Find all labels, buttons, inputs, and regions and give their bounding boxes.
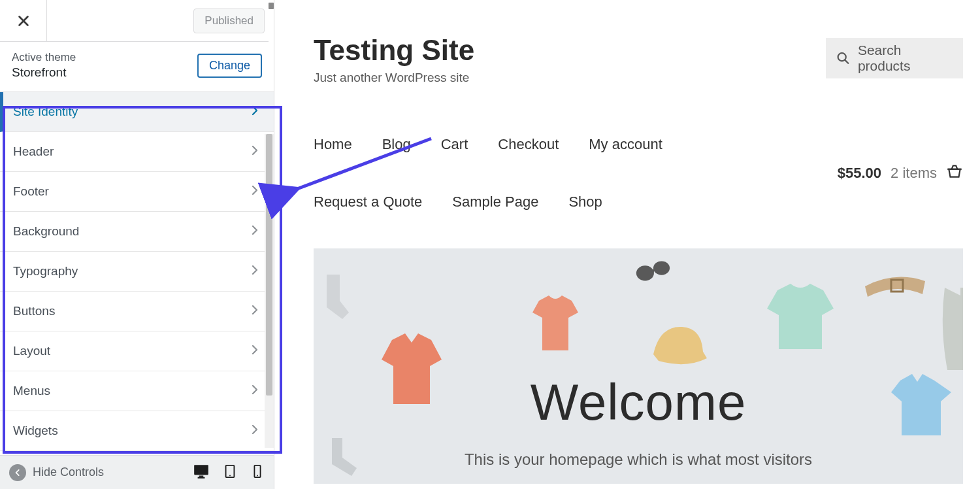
site-tagline: Just another WordPress site [314, 71, 474, 85]
basket-icon [946, 163, 963, 184]
nav-cart[interactable]: Cart [441, 136, 468, 153]
hide-controls-button[interactable]: Hide Controls [9, 464, 104, 481]
section-label: Background [13, 224, 79, 239]
mobile-icon [250, 464, 265, 479]
scrollbar[interactable] [265, 134, 274, 448]
nav-my-account[interactable]: My account [589, 136, 662, 153]
customizer-footer: Hide Controls [0, 455, 274, 489]
nav-row: HomeBlogCartCheckoutMy accountRequest a … [314, 136, 963, 211]
section-typography[interactable]: Typography [0, 252, 274, 292]
section-label: Footer [13, 184, 49, 199]
search-input[interactable]: Search products [826, 38, 963, 78]
customizer-top-bar: Published [0, 0, 274, 42]
theme-row: Active theme Storefront Change [0, 42, 274, 92]
publish-status-button[interactable]: Published [193, 8, 265, 33]
section-label: Typography [13, 264, 78, 278]
section-background[interactable]: Background [0, 212, 274, 252]
chevron-right-icon [249, 384, 261, 399]
hero-subtext-1: This is your homepage which is what most… [314, 448, 963, 471]
svg-point-10 [636, 265, 654, 280]
nav-request-a-quote[interactable]: Request a Quote [314, 194, 422, 211]
section-label: Menus [13, 384, 50, 398]
device-tablet-button[interactable] [223, 464, 237, 481]
site-header: Testing Site Just another WordPress site… [314, 34, 963, 85]
nav-shop[interactable]: Shop [568, 194, 602, 211]
sock-icon [314, 275, 350, 320]
site-title[interactable]: Testing Site [314, 34, 474, 67]
svg-point-4 [229, 475, 231, 476]
device-mobile-button[interactable] [250, 464, 265, 481]
cart-total: $55.00 [838, 165, 881, 182]
nav-home[interactable]: Home [314, 136, 352, 153]
chevron-right-icon [249, 144, 261, 160]
hide-controls-label: Hide Controls [33, 465, 104, 479]
cart-count: 2 items [890, 165, 937, 182]
sunglasses-icon [634, 254, 672, 286]
section-menus[interactable]: Menus [0, 371, 274, 411]
collapse-icon [9, 464, 26, 481]
cap-icon [647, 320, 710, 373]
cart-summary[interactable]: $55.00 2 items [838, 163, 963, 184]
section-header[interactable]: Header [0, 132, 274, 172]
chevron-right-icon [249, 424, 261, 439]
svg-rect-1 [199, 475, 204, 477]
change-theme-button[interactable]: Change [197, 54, 262, 78]
belt-icon [862, 268, 928, 307]
sock-icon [320, 438, 359, 477]
chevron-right-icon [249, 264, 261, 279]
desktop-icon [193, 463, 210, 480]
section-layout[interactable]: Layout [0, 331, 274, 371]
svg-rect-0 [194, 465, 208, 475]
active-theme-label: Active theme [12, 51, 76, 64]
nav-sample-page[interactable]: Sample Page [452, 194, 538, 211]
svg-rect-2 [198, 477, 205, 478]
section-label: Header [13, 144, 54, 159]
theme-name: Storefront [12, 65, 76, 80]
close-button[interactable] [0, 0, 47, 41]
customizer-sections: Site IdentityHeaderFooterBackgroundTypog… [0, 92, 274, 455]
vest-icon [941, 288, 963, 373]
close-icon [16, 14, 31, 28]
hero: Welcome This is your homepage which is w… [314, 248, 963, 484]
chevron-right-icon [249, 344, 261, 359]
svg-line-9 [845, 60, 848, 63]
section-label: Buttons [13, 304, 55, 318]
search-placeholder: Search products [858, 42, 953, 74]
tablet-icon [223, 464, 237, 479]
chevron-right-icon [249, 224, 261, 239]
search-icon [836, 51, 850, 65]
device-desktop-button[interactable] [193, 463, 210, 482]
jacket-icon [379, 333, 444, 405]
customizer-panel: Published Active theme Storefront Change… [0, 0, 274, 489]
section-site-identity[interactable]: Site Identity [0, 92, 274, 132]
site-preview: Testing Site Just another WordPress site… [274, 0, 980, 489]
nav-blog[interactable]: Blog [382, 136, 411, 153]
polo-icon [889, 373, 954, 438]
device-switcher [193, 463, 265, 482]
chevron-right-icon [249, 105, 261, 120]
section-widgets[interactable]: Widgets [0, 411, 274, 451]
section-label: Layout [13, 344, 50, 358]
section-footer[interactable]: Footer [0, 172, 274, 212]
nav-checkout[interactable]: Checkout [498, 136, 559, 153]
chevron-right-icon [249, 184, 261, 199]
primary-nav: HomeBlogCartCheckoutMy accountRequest a … [314, 136, 706, 211]
section-label: Site Identity [13, 105, 78, 119]
tshirt-icon [529, 294, 581, 353]
chevron-right-icon [249, 304, 261, 319]
svg-point-6 [257, 475, 258, 476]
sweater-icon [764, 281, 836, 353]
section-label: Widgets [13, 424, 58, 438]
section-buttons[interactable]: Buttons [0, 292, 274, 331]
